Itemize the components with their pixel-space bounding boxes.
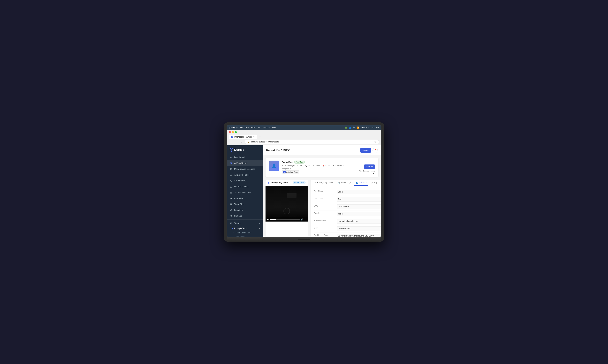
menu-help[interactable]: Help (272, 127, 276, 129)
sidebar-collapse-button[interactable]: ‹ (260, 148, 260, 151)
minimize-button[interactable] (232, 131, 234, 133)
tab-personal[interactable]: 👤 Personal (354, 180, 369, 186)
sidebar-item-dashboard[interactable]: ◈ Dashboard (227, 154, 263, 160)
field-mobile: Mobile 0400 000 000 (314, 225, 381, 233)
tab-map[interactable]: ◎ Map (369, 180, 379, 186)
traffic-lights (229, 131, 237, 133)
menu-window[interactable]: Window (263, 127, 270, 129)
sidebar-label-locations: Locations (234, 209, 243, 211)
settings-icon: ⚙ (230, 214, 233, 217)
email-value: example@email.com (284, 165, 302, 167)
first-name-value[interactable]: John (337, 190, 381, 194)
play-button[interactable]: ▶ (267, 218, 269, 221)
duress-devices-icon: ◫ (230, 185, 233, 188)
assigned-to-label: Assigned to (282, 168, 291, 170)
phone-icon: 📞 (305, 165, 307, 167)
feed-header: Emergency Feed Stream Ended (265, 180, 308, 186)
example-team-label: Example Team (234, 227, 247, 230)
sidebar-item-sms-notifications[interactable]: ▤ SMS Notifications (227, 189, 263, 195)
location-icon-button[interactable]: 📍 (372, 148, 378, 153)
sub-item-team-dashboard[interactable]: Team Dashboard (227, 231, 263, 235)
progress-fill (270, 219, 276, 220)
sidebar-label-checkins: Checkins (234, 197, 243, 199)
app-user-badge: App User (294, 161, 305, 164)
sidebar-item-all-app-users[interactable]: ▣ All App Users (227, 160, 263, 166)
progress-bar[interactable] (270, 219, 300, 220)
teams-chevron-icon: ∨ (259, 222, 260, 224)
volume-button[interactable]: 🔊 (301, 219, 303, 221)
forward-button[interactable]: › (234, 140, 238, 144)
teams-icon: ⊟ (230, 222, 233, 225)
brand-icon: ⊙ (230, 148, 233, 152)
bookmark-icon[interactable]: ☆ (374, 141, 376, 143)
macos-menubar: Browser File Edit View Go Window Help 🔋 … (227, 125, 381, 130)
sms-notifications-icon: ▤ (230, 191, 233, 194)
new-button[interactable]: + New (360, 148, 371, 153)
mobile-value[interactable]: 0400 000 000 (337, 226, 381, 231)
menubar-items: File Edit View Go Window Help (240, 127, 276, 129)
sidebar-label-team-alerts: Team Alerts (234, 203, 245, 205)
maximize-button[interactable] (235, 131, 237, 133)
mobile-label: Mobile (314, 226, 337, 229)
new-tab-button[interactable]: + (258, 134, 263, 139)
contact-button[interactable]: Contact (364, 165, 375, 169)
menu-go[interactable]: Go (258, 127, 260, 129)
user-meta: ✉ example@email.com 📞 0400 000 000 📍 St (282, 165, 356, 167)
sidebar-item-checkins[interactable]: ◉ Checkins (227, 195, 263, 201)
fullscreen-button[interactable]: ⛶ (304, 219, 306, 221)
tab-emergency-details[interactable]: ⚠ Emergency Details (313, 180, 336, 186)
user-name: John Doe (282, 161, 293, 164)
address-value[interactable]: 123 Main Street, Melbourne VIC 3000 (337, 234, 381, 237)
brand: ⊙ Duress (230, 148, 244, 152)
user-location: 📍 St Kilda East Victoria (322, 165, 344, 167)
avatar-image: 👤 (269, 161, 279, 171)
menu-edit[interactable]: Edit (245, 127, 249, 129)
user-phone: 📞 0400 000 000 (305, 165, 320, 167)
sub-item-app-users[interactable]: App Users (227, 235, 263, 237)
team-tag-name: Q United Team (286, 171, 298, 173)
tab-close-button[interactable]: ✕ (253, 136, 255, 138)
last-name-value[interactable]: Doe (337, 197, 381, 202)
address-bar[interactable]: 🔒 accounts.duress.com/dashboard ☆ (245, 140, 379, 144)
sidebar-item-manage-licenses[interactable]: ⊞ Manage App Licenses (227, 166, 263, 172)
user-avatar: 👤 (269, 161, 279, 171)
sidebar-item-duress-devices[interactable]: ◫ Duress Devices (227, 183, 263, 189)
sidebar-label-all-app-users: All App Users (234, 162, 247, 164)
details-tabs: ⚠ Emergency Details 🕐 Event Logs 👤 (311, 180, 381, 186)
sidebar-header: ⊙ Duress ‹ (227, 145, 263, 154)
locations-icon: ◎ (230, 208, 233, 211)
example-team-item[interactable]: Example Team ∨ (227, 226, 263, 231)
teams-section-header[interactable]: ⊟ Teams ∨ (227, 220, 263, 226)
email-field-value[interactable]: example@email.com (337, 219, 381, 224)
details-panel: ⚠ Emergency Details 🕐 Event Logs 👤 (311, 180, 381, 237)
dob-value[interactable]: 08/11/1960 (337, 204, 381, 209)
tab-event-logs[interactable]: 🕐 Event Logs (336, 180, 353, 186)
menu-file[interactable]: File (240, 127, 243, 129)
sidebar-label-are-you-ok: Are You Ok? (234, 180, 246, 182)
feed-title-row: Emergency Feed (268, 182, 288, 184)
email-icon: ✉ (282, 165, 283, 167)
tab-favicon: D (231, 136, 233, 138)
sidebar-item-settings[interactable]: ⚙ Settings › (227, 213, 263, 219)
gender-value[interactable]: Male (337, 212, 381, 216)
search-icon[interactable]: 🔍 (353, 127, 355, 129)
reload-button[interactable]: ↻ (239, 140, 243, 144)
sub-label-app-users: App Users (236, 236, 245, 237)
team-tag: Q Q United Team (282, 170, 299, 174)
user-name-row: John Doe App User (282, 161, 356, 164)
checkins-icon: ◉ (230, 197, 233, 200)
sidebar-label-sms-notifications: SMS Notifications (234, 191, 251, 194)
email-label: Email Address (314, 219, 337, 222)
sidebar-item-team-alerts[interactable]: ▦ Team Alerts (227, 201, 263, 207)
field-email: Email Address example@email.com (314, 218, 381, 225)
personal-tab-icon: 👤 (356, 182, 358, 184)
active-tab[interactable]: D Dashboard | Duress ✕ (229, 135, 257, 139)
close-button[interactable] (229, 131, 231, 133)
tab-operator-report[interactable]: 📋 Operator Report (380, 180, 381, 186)
sidebar-item-are-you-ok[interactable]: ◎ Are You Ok? (227, 178, 263, 183)
back-button[interactable]: ‹ (229, 140, 233, 144)
menu-view[interactable]: View (251, 127, 255, 129)
sidebar-item-all-emergencies[interactable]: ⚠ All Emergencies (227, 172, 263, 178)
feed-panel: Emergency Feed Stream Ended (265, 180, 308, 237)
sidebar-item-locations[interactable]: ◎ Locations (227, 207, 263, 213)
